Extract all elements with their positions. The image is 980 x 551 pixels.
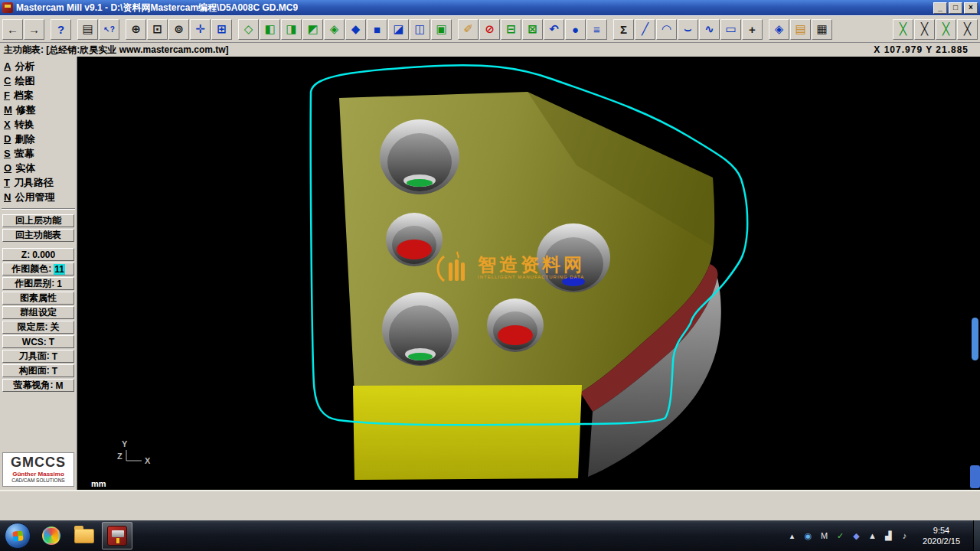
main-menu-button[interactable]: 回主功能表 bbox=[2, 229, 74, 242]
tray-security-icon[interactable]: ✓ bbox=[835, 531, 845, 541]
sidebar-item-analyze[interactable]: A分析 bbox=[1, 59, 76, 73]
construction-plane-field[interactable]: 构图面:T bbox=[2, 364, 74, 377]
forward-button[interactable]: → bbox=[24, 19, 44, 40]
solids-button[interactable]: ◈ bbox=[769, 19, 789, 40]
hole-counterbore-4[interactable] bbox=[382, 292, 459, 366]
screen-toggle-1-button[interactable]: ╳ bbox=[893, 19, 913, 40]
window-title: Mastercam Mill v9.1 - D:\资料网Mastercam编程\… bbox=[16, 2, 298, 15]
render-button[interactable]: ● bbox=[565, 19, 586, 40]
gview-top-wireframe-button[interactable]: ◧ bbox=[260, 19, 280, 40]
start-button[interactable] bbox=[5, 523, 31, 549]
main-menu-sidebar: A分析 C绘图 F档案 M修整 X转换 D删除 S萤幕 O实体 T刀具路径 N公… bbox=[0, 57, 77, 490]
mask-level-field[interactable]: 限定层:关 bbox=[2, 321, 74, 334]
layers-button[interactable]: ▤ bbox=[790, 19, 811, 40]
tray-volume-icon[interactable]: ♪ bbox=[900, 531, 910, 540]
sidebar-item-toolpaths[interactable]: T刀具路径 bbox=[1, 175, 76, 190]
sidebar-item-file[interactable]: F档案 bbox=[1, 88, 76, 103]
help-button[interactable]: ? bbox=[51, 19, 71, 40]
gmccs-logo: GMCCS Günther Massimo CAD/CAM SOLUTIONS bbox=[2, 452, 74, 487]
zoom-in-button[interactable]: ⊕ bbox=[126, 19, 146, 40]
taskbar-clock[interactable]: 9:54 2020/2/15 bbox=[916, 525, 967, 547]
graphics-view-field[interactable]: 萤幕视角:M bbox=[2, 379, 74, 392]
gview-front-shaded-button[interactable]: ◪ bbox=[388, 19, 409, 40]
screen-grid-button[interactable]: ⊠ bbox=[522, 19, 543, 40]
gview-iso-wireframe-button[interactable]: ◇ bbox=[238, 19, 259, 40]
gview-side-wireframe-button[interactable]: ◩ bbox=[302, 19, 323, 40]
scrollbar-thumb[interactable] bbox=[972, 318, 978, 360]
tray-sync-icon[interactable]: ◆ bbox=[851, 531, 861, 541]
windows-flag-icon bbox=[12, 530, 23, 541]
tray-ime-icon[interactable]: M bbox=[819, 531, 829, 540]
tray-usb-icon[interactable]: ▲ bbox=[867, 531, 877, 540]
pan-button[interactable]: ✛ bbox=[190, 19, 211, 40]
mastercam-window: Mastercam Mill v9.1 - D:\资料网Mastercam编程\… bbox=[0, 0, 980, 551]
mastercam-app-icon bbox=[2, 2, 13, 13]
gview-top-shaded-button[interactable]: ■ bbox=[367, 19, 387, 40]
taskbar-explorer-icon[interactable] bbox=[69, 522, 100, 549]
wcs-field[interactable]: WCS:T bbox=[2, 335, 74, 348]
gmccs-logo-line2: CAD/CAM SOLUTIONS bbox=[3, 478, 74, 483]
gview-iso-shaded-button[interactable]: ◆ bbox=[345, 19, 366, 40]
create-arc-button[interactable]: ◠ bbox=[656, 19, 677, 40]
draw-level-field[interactable]: 作图层别:1 bbox=[2, 277, 74, 290]
hole-counterbore-5[interactable] bbox=[487, 298, 544, 352]
tray-network-icon[interactable]: ▟ bbox=[884, 531, 893, 541]
create-fillet-button[interactable]: ⌣ bbox=[678, 19, 698, 40]
create-line-button[interactable]: ╱ bbox=[635, 19, 655, 40]
gview-side-shaded-button[interactable]: ◫ bbox=[410, 19, 430, 40]
z-depth-field[interactable]: Z:0.000 bbox=[2, 248, 74, 261]
screen-toggle-4-button[interactable]: ╳ bbox=[957, 19, 978, 40]
create-point-button[interactable]: + bbox=[742, 19, 763, 40]
attributes-button[interactable]: 图素属性 bbox=[2, 292, 74, 305]
graphics-viewport[interactable]: Y Z X 智造资料网 INTELLIGENT MANUFACTURING DA… bbox=[77, 57, 980, 490]
list-button[interactable]: ≡ bbox=[586, 19, 607, 40]
editor-button[interactable]: ▤ bbox=[77, 19, 98, 40]
sidebar-item-utilities[interactable]: N公用管理 bbox=[1, 190, 76, 204]
undo-button[interactable]: ↶ bbox=[544, 19, 564, 40]
scroll-widget[interactable] bbox=[970, 465, 980, 488]
sidebar-item-modify[interactable]: M修整 bbox=[1, 103, 76, 117]
minimize-button[interactable]: _ bbox=[933, 2, 947, 14]
back-button[interactable]: ← bbox=[2, 19, 23, 40]
hole-counterbore-2[interactable] bbox=[386, 213, 443, 266]
sidebar-item-screen[interactable]: S萤幕 bbox=[1, 146, 76, 161]
analyze-cursor-button[interactable]: ↖? bbox=[99, 19, 119, 40]
zoom-scale-button[interactable]: ⊚ bbox=[168, 19, 189, 40]
create-spline-button[interactable]: ∿ bbox=[699, 19, 720, 40]
system-tray: ▴ ◉ M ✓ ◆ ▲ ▟ ♪ 9:54 2020/2/15 bbox=[787, 520, 980, 551]
close-button[interactable]: × bbox=[964, 2, 978, 14]
sidebar-item-delete[interactable]: D删除 bbox=[1, 132, 76, 146]
clock-time: 9:54 bbox=[923, 525, 960, 536]
shading-toggle-button[interactable]: ▣ bbox=[431, 19, 452, 40]
delete-entity-button[interactable]: ⊘ bbox=[479, 19, 500, 40]
groups-button[interactable]: 群组设定 bbox=[2, 306, 74, 319]
show-desktop-button[interactable] bbox=[973, 520, 980, 551]
screen-toggle-3-button[interactable]: ╳ bbox=[936, 19, 956, 40]
taskbar-mastercam-icon[interactable] bbox=[102, 522, 132, 549]
create-rectangle-button[interactable]: ▭ bbox=[720, 19, 741, 40]
screen-toggle-2-button[interactable]: ╳ bbox=[914, 19, 935, 40]
part-bottom-slab bbox=[353, 385, 582, 480]
blank-entity-button[interactable]: ✐ bbox=[458, 19, 479, 40]
taskbar-browser-icon[interactable] bbox=[36, 522, 67, 549]
screen-next-button[interactable]: ⊟ bbox=[501, 19, 521, 40]
hole-counterbore-1[interactable] bbox=[380, 119, 459, 194]
sidebar-item-create[interactable]: C绘图 bbox=[1, 73, 76, 88]
fit-screen-button[interactable]: ⊞ bbox=[211, 19, 232, 40]
maximize-button[interactable]: □ bbox=[949, 2, 962, 14]
back-one-level-button[interactable]: 回上层功能 bbox=[2, 214, 74, 227]
prompt-bar bbox=[0, 490, 980, 520]
zoom-window-button[interactable]: ⊡ bbox=[147, 19, 168, 40]
gview-front-wireframe-button[interactable]: ◨ bbox=[281, 19, 302, 40]
sidebar-item-solids[interactable]: O实体 bbox=[1, 161, 76, 175]
tray-message-icon[interactable]: ◉ bbox=[803, 531, 813, 541]
gview-dynamic-button[interactable]: ◈ bbox=[324, 19, 345, 40]
tray-expand-icon[interactable]: ▴ bbox=[787, 531, 797, 541]
sidebar-item-xform[interactable]: X转换 bbox=[1, 117, 76, 132]
calculator-button[interactable]: Σ bbox=[613, 19, 634, 40]
draw-color-field[interactable]: 作图颜色:11 bbox=[2, 262, 74, 276]
taskbar: ▴ ◉ M ✓ ◆ ▲ ▟ ♪ 9:54 2020/2/15 bbox=[0, 520, 980, 551]
tool-plane-field[interactable]: 刀具面:T bbox=[2, 350, 74, 363]
status-line: 主功能表: [总经销:欣昊实业 www.mastercam.com.tw] X … bbox=[0, 43, 980, 57]
viewports-button[interactable]: ▦ bbox=[812, 19, 832, 40]
